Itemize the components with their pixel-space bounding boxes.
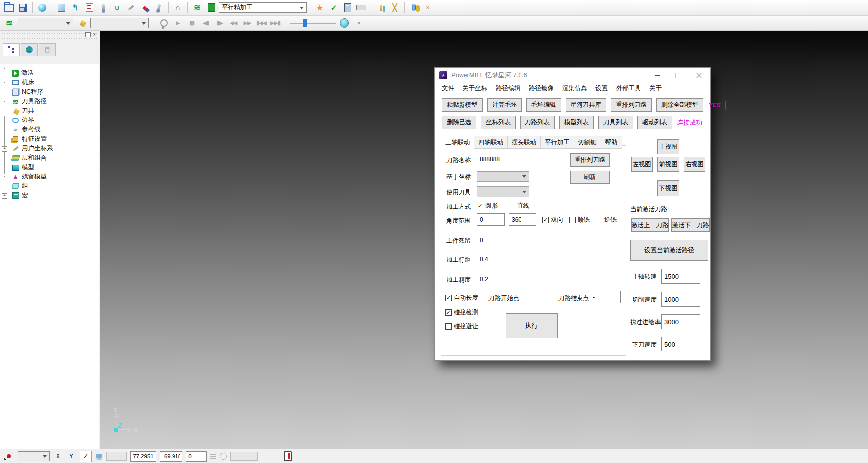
nc-program-button[interactable]	[83, 1, 96, 14]
sim-tool-combo[interactable]	[90, 18, 149, 28]
toolpath-button[interactable]: ≋	[191, 1, 204, 14]
cursor-x-field[interactable]	[130, 451, 156, 462]
expand-icon[interactable]	[2, 146, 7, 152]
tree-item-boundary[interactable]: 边界	[0, 116, 99, 125]
line-checkbox[interactable]: 直线	[509, 202, 529, 210]
tree-item-stock-model[interactable]: ▲残留模型	[0, 172, 99, 181]
view-left-button[interactable]: 左视图	[631, 157, 653, 172]
sim-speed-button[interactable]	[338, 17, 350, 30]
rapid-moves-button[interactable]: ↰	[69, 1, 82, 14]
pattern-button[interactable]	[124, 1, 137, 14]
spindle-speed-input[interactable]	[661, 269, 700, 284]
sim-toolpath-button[interactable]: ≋	[3, 17, 16, 30]
tool-list-button[interactable]: 刀具列表	[598, 116, 633, 129]
tolerance-input[interactable]	[477, 273, 529, 285]
feature-set-button[interactable]: ◆	[138, 1, 151, 14]
calculator-button[interactable]	[341, 1, 354, 14]
view-front-button[interactable]: 前视图	[657, 157, 679, 172]
collision-avoid-checkbox[interactable]: 碰撞避让	[445, 322, 478, 331]
sim-play-button[interactable]: ▶	[172, 17, 184, 29]
view-bottom-button[interactable]: 下视图	[657, 180, 679, 196]
activate-prev-button[interactable]: 激活上一刀路	[631, 218, 669, 232]
conventional-mill-checkbox[interactable]: 逆铣	[596, 216, 617, 224]
menu-settings[interactable]: 设置	[595, 84, 608, 93]
menu-external-tools[interactable]: 外部工具	[616, 84, 641, 93]
menu-path-mirror[interactable]: 路径镜像	[529, 84, 554, 93]
close-button[interactable]	[689, 68, 709, 83]
menu-file[interactable]: 文件	[442, 84, 454, 93]
collision-check-button[interactable]: ∩	[172, 1, 184, 14]
axis-z-button[interactable]: Z	[80, 451, 92, 462]
tab-swivel-head[interactable]: 摆头联动	[508, 136, 541, 149]
sim-step-forward-button[interactable]: ▮▶	[214, 17, 226, 29]
coord-list-button[interactable]: 坐标列表	[481, 116, 516, 129]
close-pane-icon[interactable]: ×	[93, 33, 96, 37]
maximize-button[interactable]	[668, 68, 689, 83]
grid-icon[interactable]: ▦	[95, 452, 103, 461]
minimize-button[interactable]	[647, 68, 668, 83]
panel-grip[interactable]: ×	[2, 32, 97, 36]
tab-3axis[interactable]: 三轴联动	[441, 136, 474, 149]
probe-position-icon[interactable]	[220, 453, 227, 460]
tab-explorer-trash[interactable]	[39, 43, 56, 56]
panel-grip[interactable]	[2, 37, 97, 41]
toolpath-calculate-button[interactable]: ★	[313, 1, 326, 14]
edit-stock-button[interactable]: 毛坯编辑	[526, 98, 561, 112]
tree-item-feature-set[interactable]: 特征设置	[0, 134, 99, 144]
measure-button[interactable]	[355, 1, 368, 14]
climb-mill-checkbox[interactable]: 顺铣	[569, 216, 590, 224]
dialog-titlebar[interactable]: PowerMILL 忆梦星河 7.0.6	[435, 68, 710, 83]
status-combo[interactable]	[18, 451, 50, 461]
sim-go-end-button[interactable]: ▶▶▮	[269, 17, 281, 29]
strategy-list-button[interactable]	[205, 1, 218, 14]
tab-parallel[interactable]: 平行加工	[541, 136, 574, 149]
collision-detect-checkbox[interactable]: 碰撞检测	[445, 308, 478, 317]
tools-button[interactable]	[374, 1, 387, 14]
rearrange-toolpaths-button[interactable]: 重排列刀路	[611, 98, 652, 112]
toolbar-close-button[interactable]: ×	[421, 1, 434, 14]
rearrange-button[interactable]: 重排列刀路	[570, 153, 610, 167]
block-button[interactable]	[55, 1, 68, 14]
sim-pause-button[interactable]: ▮▮	[186, 17, 198, 29]
sim-speed-slider[interactable]	[290, 18, 336, 28]
skim-feed-input[interactable]	[661, 314, 700, 329]
bidirectional-checkbox[interactable]: 双向	[542, 216, 563, 224]
toolpath-list-button[interactable]: 刀路列表	[520, 116, 555, 129]
cutting-feed-input[interactable]	[661, 292, 700, 307]
tab-help[interactable]: 帮助	[601, 136, 622, 149]
tab-4axis[interactable]: 四轴联动	[474, 136, 508, 149]
execute-button[interactable]: 执行	[506, 313, 558, 338]
cut-button[interactable]: ╳	[388, 1, 401, 14]
tree-item-model[interactable]: 模型	[0, 163, 99, 172]
path-end-input[interactable]	[590, 291, 621, 303]
axis-x-button[interactable]: X	[53, 451, 63, 462]
tool-database-button[interactable]	[152, 1, 165, 14]
set-active-path-button[interactable]: 设置当前激活路径	[630, 240, 708, 261]
toolpath-name-input[interactable]	[477, 153, 529, 165]
tree-item-group[interactable]: 组	[0, 181, 99, 191]
tab-saw-cut[interactable]: 切割锯	[574, 136, 601, 149]
expand-icon[interactable]	[2, 193, 7, 199]
angle-start-input[interactable]	[477, 213, 505, 226]
tool-library-button[interactable]: 星河刀具库	[566, 98, 607, 112]
sim-toolpath-combo[interactable]	[18, 18, 73, 28]
auto-length-checkbox[interactable]: 自动长度	[445, 294, 478, 302]
sim-toolbar-close-button[interactable]: ×	[352, 17, 365, 30]
tab-explorer-globe[interactable]	[21, 43, 38, 56]
sim-rewind-button[interactable]: ◀◀	[228, 17, 239, 29]
menu-coordinates[interactable]: 关于坐标	[463, 84, 487, 93]
base-coord-combo[interactable]	[477, 171, 529, 182]
slider-handle[interactable]	[303, 19, 307, 27]
view-right-button[interactable]: 右视图	[684, 157, 705, 172]
tree-item-macro[interactable]: 宏	[0, 191, 99, 200]
sim-go-start-button[interactable]: ▮◀◀	[255, 17, 267, 29]
model-list-button[interactable]: 模型列表	[559, 116, 594, 129]
menu-about[interactable]: 关于	[649, 84, 662, 93]
circle-checkbox[interactable]: 圆形	[477, 202, 498, 210]
axis-y-button[interactable]: Y	[66, 451, 76, 462]
record-marker-button[interactable]	[3, 451, 14, 461]
cursor-y-field[interactable]	[160, 451, 182, 462]
shading-button[interactable]	[36, 1, 49, 14]
tool-button[interactable]	[97, 1, 110, 14]
clipboard-pause-icon[interactable]	[284, 451, 292, 461]
